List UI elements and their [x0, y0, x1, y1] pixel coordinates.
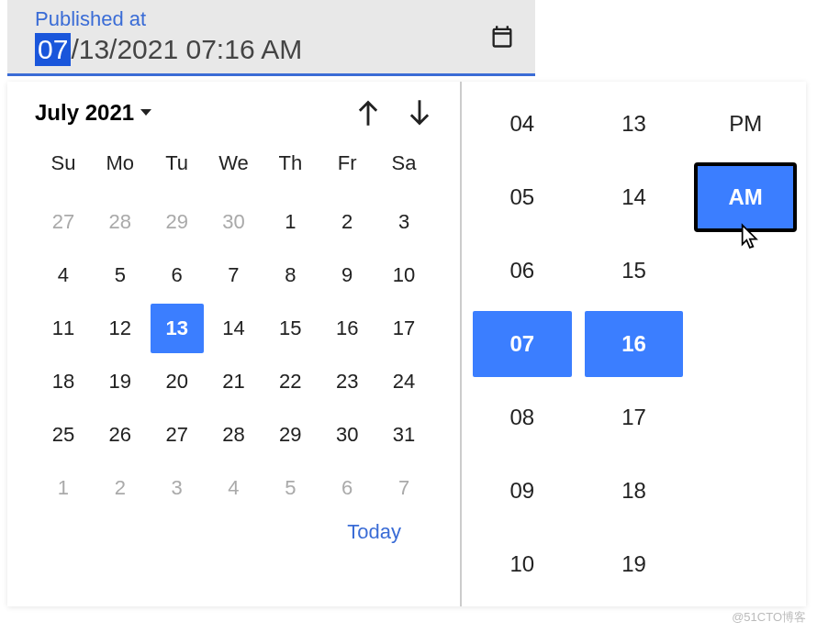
calendar-day[interactable]: 5 [263, 463, 317, 513]
today-button[interactable]: Today [35, 515, 432, 544]
calendar-day[interactable]: 23 [320, 357, 374, 406]
calendar-day[interactable]: 7 [377, 463, 431, 513]
calendar-day[interactable]: 5 [94, 250, 147, 300]
calendar-day[interactable]: 4 [37, 250, 90, 300]
month-select[interactable]: July 2021 [35, 100, 152, 126]
minute-option[interactable]: 13 [585, 91, 684, 157]
ampm-option[interactable]: PM [696, 91, 795, 157]
calendar-week-row: 27282930123 [35, 195, 432, 249]
calendar-day[interactable]: 10 [377, 250, 431, 300]
calendar-day[interactable]: 18 [37, 357, 90, 406]
hour-option[interactable]: 06 [473, 238, 572, 304]
calendar-day[interactable]: 19 [94, 357, 147, 406]
calendar-day[interactable]: 11 [37, 304, 90, 353]
minute-option[interactable]: 16 [585, 311, 684, 377]
input-rest: /13/2021 07:16 AM [71, 34, 302, 65]
hour-option[interactable]: 05 [473, 164, 572, 230]
calendar-day[interactable]: 1 [263, 197, 317, 247]
ampm-empty [696, 311, 795, 377]
calendar-day[interactable]: 27 [151, 410, 204, 460]
datetime-input-field[interactable]: Published at 07/13/2021 07:16 AM [7, 0, 535, 76]
month-label-text: July 2021 [35, 100, 134, 126]
calendar-day[interactable]: 28 [94, 197, 147, 247]
calendar-day[interactable]: 8 [263, 250, 317, 300]
calendar-week-row: 18192021222324 [35, 355, 432, 408]
dropdown-icon [140, 108, 152, 117]
day-of-week-label: Fr [319, 142, 375, 184]
calendar-day[interactable]: 30 [320, 410, 374, 460]
calendar-day[interactable]: 29 [263, 410, 317, 460]
hour-option[interactable]: 08 [473, 384, 572, 450]
calendar-day[interactable]: 21 [207, 357, 261, 406]
calendar-day[interactable]: 3 [377, 197, 431, 247]
ampm-empty [696, 531, 795, 597]
ampm-option[interactable]: AM [696, 164, 795, 230]
calendar-day[interactable]: 14 [207, 304, 261, 353]
day-of-week-label: Su [35, 142, 92, 184]
calendar-day[interactable]: 24 [377, 357, 431, 406]
calendar-day[interactable]: 1 [37, 463, 90, 513]
calendar-day[interactable]: 15 [263, 304, 317, 353]
calendar-day[interactable]: 6 [320, 463, 374, 513]
minute-option[interactable]: 14 [585, 164, 684, 230]
day-of-week-label: Sa [375, 142, 432, 184]
calendar-day[interactable]: 26 [94, 410, 147, 460]
calendar-day[interactable]: 3 [151, 463, 204, 513]
calendar-day[interactable]: 27 [37, 197, 90, 247]
calendar-day[interactable]: 4 [207, 463, 261, 513]
calendar-day[interactable]: 30 [207, 197, 261, 247]
calendar-day[interactable]: 31 [377, 410, 431, 460]
calendar-day[interactable]: 28 [207, 410, 261, 460]
calendar-week-row: 45678910 [35, 249, 432, 302]
calendar-day[interactable]: 29 [151, 197, 204, 247]
calendar-day[interactable]: 9 [320, 250, 374, 300]
calendar-icon[interactable] [489, 24, 515, 50]
hour-option[interactable]: 10 [473, 531, 572, 597]
hour-option[interactable]: 07 [473, 311, 572, 377]
hour-option[interactable]: 09 [473, 458, 572, 524]
next-month-button[interactable] [407, 98, 432, 128]
day-of-week-label: Mo [92, 142, 149, 184]
minute-option[interactable]: 18 [585, 458, 684, 524]
calendar-day[interactable]: 25 [37, 410, 90, 460]
calendar-day[interactable]: 17 [377, 304, 431, 353]
ampm-empty [696, 238, 795, 304]
calendar-day[interactable]: 12 [94, 304, 147, 353]
calendar-day[interactable]: 20 [151, 357, 204, 406]
date-panel: July 2021 SuMoTuWeThFrSa 272829301234567… [7, 82, 462, 606]
calendar-day[interactable]: 22 [263, 357, 317, 406]
calendar-day[interactable]: 13 [151, 304, 204, 353]
minute-option[interactable]: 15 [585, 238, 684, 304]
calendar-day[interactable]: 7 [207, 250, 261, 300]
day-of-week-label: We [206, 142, 263, 184]
input-selected-segment: 07 [35, 33, 71, 66]
day-of-week-label: Th [262, 142, 319, 184]
minute-option[interactable]: 19 [585, 531, 684, 597]
ampm-empty [696, 384, 795, 450]
day-of-week-header: SuMoTuWeThFrSa [35, 142, 432, 184]
input-value: 07/13/2021 07:16 AM [35, 33, 302, 66]
calendar-day[interactable]: 2 [320, 197, 374, 247]
ampm-empty [696, 458, 795, 524]
calendar-day[interactable]: 6 [151, 250, 204, 300]
calendar-week-row: 25262728293031 [35, 408, 432, 461]
hour-option[interactable]: 04 [473, 91, 572, 157]
calendar-week-row: 1234567 [35, 461, 432, 515]
prev-month-button[interactable] [355, 98, 381, 128]
calendar-day[interactable]: 16 [320, 304, 374, 353]
calendar-week-row: 11121314151617 [35, 302, 432, 355]
watermark: @51CTO博客 [732, 609, 806, 626]
input-label: Published at [35, 7, 302, 31]
calendar-day[interactable]: 2 [94, 463, 147, 513]
day-of-week-label: Tu [149, 142, 206, 184]
time-panel: 0413PM0514AM06150716081709181019 [462, 82, 806, 606]
datetime-picker-panel: July 2021 SuMoTuWeThFrSa 272829301234567… [7, 82, 806, 606]
minute-option[interactable]: 17 [585, 384, 684, 450]
